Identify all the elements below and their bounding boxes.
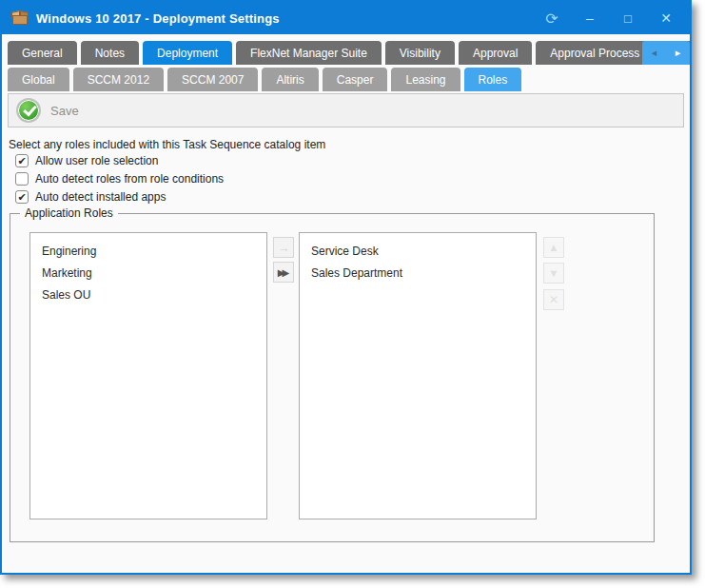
move-all-right-button[interactable]: ▶▶	[273, 262, 294, 283]
primary-tab-strip: General Notes Deployment FlexNet Manager…	[8, 38, 690, 65]
tab-casper[interactable]: Casper	[323, 68, 388, 91]
secondary-tab-strip: Global SCCM 2012 SCCM 2007 Altiris Caspe…	[8, 65, 690, 91]
refresh-icon[interactable]: ⟳	[538, 7, 566, 29]
checkbox-icon[interactable]: ✔	[15, 190, 29, 204]
list-item[interactable]: Service Desk	[300, 241, 536, 263]
tab-approval-process[interactable]: Approval Process	[536, 41, 654, 65]
checkbox-label: Allow user role selection	[35, 154, 158, 167]
tab-scroll-right-icon[interactable]: ▸	[676, 48, 681, 58]
tab-deployment[interactable]: Deployment	[143, 41, 232, 65]
maximize-button[interactable]: □	[614, 7, 642, 29]
checkbox-label: Auto detect roles from role conditions	[35, 172, 224, 186]
window-controls: ⟳ – □ ✕	[538, 7, 680, 29]
move-down-button[interactable]: ▼	[543, 263, 564, 284]
checkbox-allow-user-role-selection[interactable]: ✔ Allow user role selection	[15, 154, 158, 167]
save-check-icon	[16, 98, 41, 123]
tab-visibility[interactable]: Visibility	[385, 41, 455, 65]
tab-flexnet-manager-suite[interactable]: FlexNet Manager Suite	[236, 41, 382, 65]
titlebar[interactable]: Windows 10 2017 - Deployment Settings ⟳ …	[2, 2, 690, 34]
checkbox-auto-detect-installed-apps[interactable]: ✔ Auto detect installed apps	[15, 190, 166, 204]
list-item[interactable]: Marketing	[30, 263, 266, 284]
screen: Windows 10 2017 - Deployment Settings ⟳ …	[0, 0, 705, 588]
deployment-settings-dialog: Windows 10 2017 - Deployment Settings ⟳ …	[0, 0, 692, 575]
list-item[interactable]: Sales OU	[30, 284, 266, 306]
tab-approval[interactable]: Approval	[459, 41, 532, 65]
tab-notes[interactable]: Notes	[81, 41, 139, 65]
groupbox-title: Application Roles	[20, 206, 118, 220]
tab-scroll-buttons: ◂ ▸	[642, 41, 690, 65]
tab-global[interactable]: Global	[8, 68, 69, 91]
tab-altiris[interactable]: Altiris	[262, 68, 318, 91]
application-roles-groupbox: Application Roles Enginering Marketing S…	[10, 213, 655, 542]
move-up-button[interactable]: ▲	[543, 237, 564, 258]
close-button[interactable]: ✕	[652, 7, 680, 29]
list-item[interactable]: Sales Department	[300, 263, 536, 284]
save-button-label: Save	[50, 104, 79, 118]
package-icon	[11, 10, 29, 26]
move-right-button[interactable]: →	[273, 237, 294, 258]
instruction-text: Select any roles included with this Task…	[9, 138, 325, 151]
tab-sccm-2012[interactable]: SCCM 2012	[73, 68, 164, 91]
save-button[interactable]: Save	[16, 98, 79, 123]
minimize-button[interactable]: –	[576, 7, 604, 29]
checkbox-label: Auto detect installed apps	[35, 190, 166, 204]
list-item[interactable]: Enginering	[30, 241, 266, 263]
checkbox-icon[interactable]	[15, 172, 29, 186]
window-title: Windows 10 2017 - Deployment Settings	[36, 11, 280, 26]
remove-button[interactable]: ✕	[543, 289, 564, 310]
checkbox-auto-detect-roles[interactable]: Auto detect roles from role conditions	[15, 172, 224, 186]
toolbar: Save	[8, 93, 684, 127]
tab-roles[interactable]: Roles	[464, 68, 522, 91]
selected-roles-list[interactable]: Service Desk Sales Department	[299, 232, 537, 519]
tab-general[interactable]: General	[8, 41, 77, 65]
checkbox-icon[interactable]: ✔	[15, 154, 29, 167]
tab-leasing[interactable]: Leasing	[391, 68, 460, 91]
tab-sccm-2007[interactable]: SCCM 2007	[167, 68, 258, 91]
tab-scroll-left-icon[interactable]: ◂	[652, 48, 657, 58]
available-roles-list[interactable]: Enginering Marketing Sales OU	[29, 232, 267, 519]
